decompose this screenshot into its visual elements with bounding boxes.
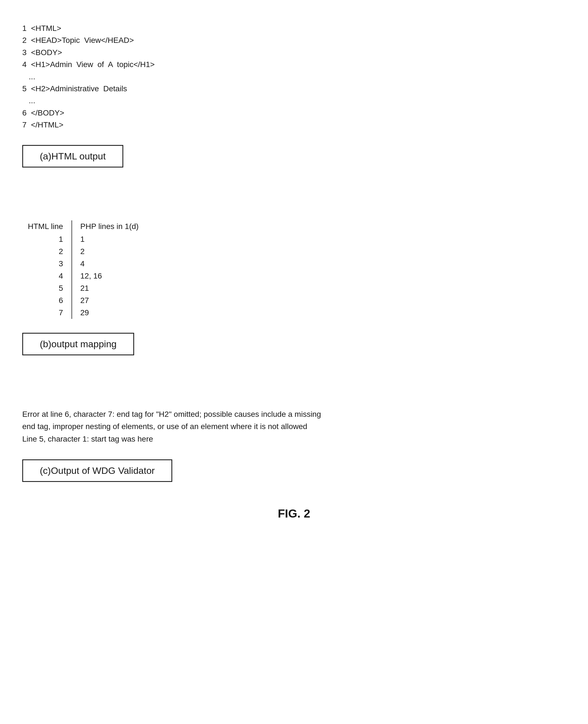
- section-b: HTML line PHP lines in 1(d) 112234412, 1…: [22, 220, 566, 358]
- code-line: 3 <BODY>: [22, 46, 566, 59]
- table-cell-php-line: 2: [72, 246, 144, 258]
- table-cell-html-line: 3: [22, 258, 72, 270]
- table-row: 521: [22, 282, 144, 294]
- table-cell-php-line: 27: [72, 294, 144, 306]
- code-line: ...: [22, 94, 566, 107]
- table-cell-html-line: 6: [22, 294, 72, 306]
- caption-b: (b)output mapping: [22, 333, 134, 355]
- table-cell-php-line: 1: [72, 233, 144, 246]
- table-cell-html-line: 1: [22, 233, 72, 246]
- table-cell-html-line: 5: [22, 282, 72, 294]
- section-a: 1 <HTML>2 <HEAD>Topic View</HEAD>3 <BODY…: [22, 22, 566, 170]
- table-header-col1: HTML line: [22, 220, 72, 233]
- error-line2: end tag, improper nesting of elements, o…: [22, 422, 307, 431]
- error-text: Error at line 6, character 7: end tag fo…: [22, 408, 565, 446]
- table-row: 412, 16: [22, 270, 144, 282]
- table-cell-php-line: 12, 16: [72, 270, 144, 282]
- caption-c: (c)Output of WDG Validator: [22, 460, 172, 482]
- code-line: 2 <HEAD>Topic View</HEAD>: [22, 34, 566, 46]
- table-row: 729: [22, 306, 144, 319]
- table-cell-html-line: 7: [22, 306, 72, 319]
- code-line: 4 <H1>Admin View of A topic</H1>: [22, 59, 566, 70]
- error-line1: Error at line 6, character 7: end tag fo…: [22, 410, 321, 419]
- table-cell-php-line: 29: [72, 306, 144, 319]
- table-cell-html-line: 4: [22, 270, 72, 282]
- table-row: 627: [22, 294, 144, 306]
- table-cell-html-line: 2: [22, 246, 72, 258]
- section-c: Error at line 6, character 7: end tag fo…: [22, 408, 566, 485]
- table-header-col2: PHP lines in 1(d): [72, 220, 144, 233]
- error-line3: Line 5, character 1: start tag was here: [22, 434, 153, 443]
- table-container: HTML line PHP lines in 1(d) 112234412, 1…: [22, 220, 566, 319]
- code-block: 1 <HTML>2 <HEAD>Topic View</HEAD>3 <BODY…: [22, 22, 566, 131]
- caption-a: (a)HTML output: [22, 145, 123, 168]
- table-row: 22: [22, 246, 144, 258]
- table-row: 11: [22, 233, 144, 246]
- figure-label: FIG. 2: [22, 507, 566, 520]
- code-line: 7 </HTML>: [22, 119, 566, 131]
- table-cell-php-line: 4: [72, 258, 144, 270]
- mapping-table: HTML line PHP lines in 1(d) 112234412, 1…: [22, 220, 144, 319]
- code-line: 1 <HTML>: [22, 22, 566, 34]
- code-line: 6 </BODY>: [22, 107, 566, 119]
- table-cell-php-line: 21: [72, 282, 144, 294]
- code-line: 5 <H2>Administrative Details: [22, 83, 566, 94]
- code-line: ...: [22, 71, 566, 83]
- table-row: 34: [22, 258, 144, 270]
